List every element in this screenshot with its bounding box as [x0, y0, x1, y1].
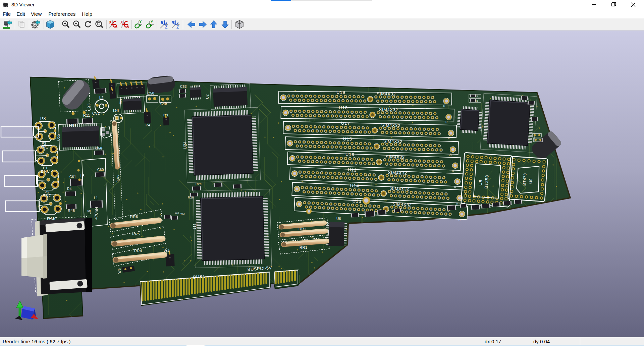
- svg-text:Y: Y: [139, 20, 142, 24]
- svg-text:R: R: [459, 218, 461, 221]
- svg-text:U22: U22: [480, 125, 483, 131]
- svg-text:P4: P4: [146, 123, 150, 127]
- svg-text:U9: U9: [528, 178, 533, 184]
- svg-text:R45: R45: [68, 209, 75, 213]
- svg-text:U24: U24: [183, 141, 187, 149]
- svg-text:W5: W5: [118, 268, 121, 274]
- svg-text:R11: R11: [83, 113, 90, 117]
- svg-text:BNC: BNC: [40, 145, 49, 150]
- svg-text:RR2: RR2: [299, 227, 307, 231]
- svg-text:W3: W3: [180, 212, 185, 215]
- svg-text:R: R: [454, 186, 457, 189]
- svg-text:R28: R28: [188, 196, 194, 199]
- svg-text:SIM4X32: SIM4X32: [392, 202, 412, 208]
- svg-text:C58: C58: [96, 147, 102, 150]
- svg-text:BNC: BNC: [41, 169, 50, 174]
- svg-text:L1: L1: [94, 196, 98, 200]
- svg-text:Z: Z: [176, 25, 179, 29]
- svg-text:R: R: [452, 169, 454, 172]
- svg-text:W2: W2: [175, 211, 179, 214]
- svg-text:U18: U18: [339, 105, 348, 110]
- svg-text:U6: U6: [336, 217, 341, 221]
- svg-text:C49: C49: [160, 102, 167, 106]
- svg-text:R29: R29: [196, 182, 202, 186]
- svg-text:U8: U8: [478, 179, 483, 186]
- svg-text:RR6: RR6: [130, 215, 138, 219]
- svg-text:SIM4X32: SIM4X32: [383, 139, 402, 144]
- svg-text:SIM4X32: SIM4X32: [390, 186, 410, 192]
- svg-text:R4: R4: [67, 187, 72, 191]
- svg-text:P9: P9: [163, 113, 168, 117]
- svg-text:C2: C2: [475, 95, 478, 98]
- svg-text:U20: U20: [57, 134, 61, 141]
- svg-text:U2: U2: [206, 94, 209, 99]
- svg-text:470nH: 470nH: [94, 207, 99, 220]
- svg-text:R: R: [443, 104, 445, 107]
- svg-text:U16: U16: [345, 152, 355, 157]
- svg-text:U14: U14: [350, 183, 359, 188]
- svg-text:U17: U17: [341, 121, 350, 126]
- svg-text:SIM4X32: SIM4X32: [379, 107, 398, 112]
- svg-text:RR4: RR4: [134, 249, 142, 253]
- svg-text:C50: C50: [148, 92, 154, 95]
- svg-text:U12: U12: [348, 167, 357, 173]
- svg-text:SIM4X32: SIM4X32: [385, 155, 405, 160]
- svg-text:D6: D6: [113, 108, 119, 113]
- svg-text:R: R: [448, 137, 450, 140]
- svg-text:R: R: [456, 202, 459, 205]
- svg-text:RR1: RR1: [300, 245, 308, 249]
- svg-text:R10: R10: [69, 123, 76, 127]
- svg-text:Z: Z: [165, 25, 167, 29]
- svg-text:C1: C1: [475, 100, 478, 102]
- svg-text:SIM4X32: SIM4X32: [381, 123, 400, 128]
- svg-text:BUS1: BUS1: [193, 274, 205, 280]
- svg-text:Y: Y: [151, 20, 153, 24]
- svg-text:C63: C63: [180, 85, 187, 89]
- svg-text:SIM4X32: SIM4X32: [388, 170, 407, 175]
- svg-text:U11: U11: [193, 223, 197, 231]
- svg-text:X: X: [120, 20, 123, 24]
- svg-text:U19: U19: [336, 90, 345, 95]
- svg-text:CV1: CV1: [92, 111, 100, 115]
- svg-text:BT473: BT473: [522, 173, 528, 186]
- svg-text:RR5: RR5: [132, 232, 140, 236]
- svg-text:C60: C60: [97, 168, 104, 172]
- svg-text:L6: L6: [87, 210, 92, 215]
- svg-text:L2: L2: [99, 96, 104, 100]
- svg-text:U15: U15: [343, 136, 352, 142]
- svg-text:P8: P8: [40, 116, 46, 121]
- svg-text:SIM4X32: SIM4X32: [377, 92, 396, 97]
- svg-text:X3: X3: [87, 103, 91, 108]
- svg-text:BT253: BT253: [484, 175, 490, 189]
- svg-text:R: R: [445, 120, 447, 123]
- svg-text:C61: C61: [69, 175, 76, 179]
- svg-text:U21: U21: [119, 99, 122, 104]
- svg-text:R: R: [450, 153, 452, 156]
- svg-text:BNC: BNC: [43, 193, 52, 198]
- svg-text:U13: U13: [352, 198, 362, 204]
- svg-text:X: X: [109, 20, 112, 24]
